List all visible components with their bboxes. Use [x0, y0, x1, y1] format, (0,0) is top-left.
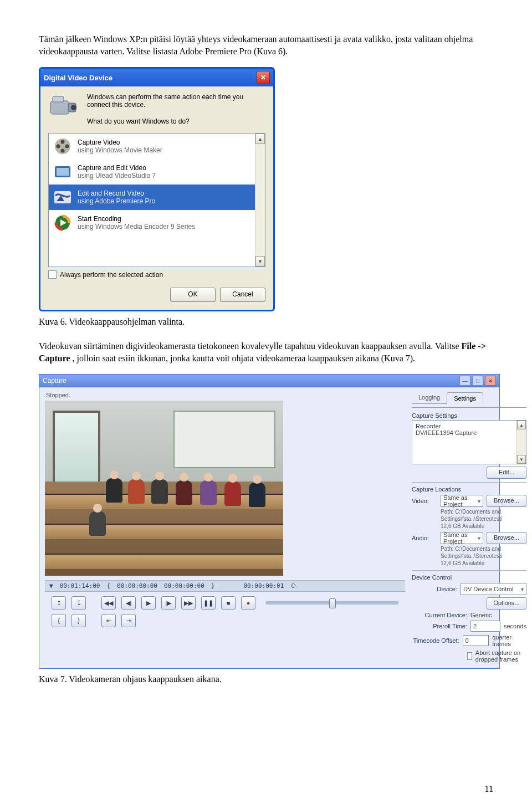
- cancel-button[interactable]: Cancel: [220, 288, 265, 302]
- list-item-sub: using Adobe Premiere Pro: [78, 197, 155, 205]
- dialog-question-text: What do you want Windows to do?: [87, 117, 265, 125]
- current-device-value: Generic: [470, 612, 492, 618]
- list-item-title: Start Encoding: [78, 215, 195, 223]
- always-perform-checkbox[interactable]: [48, 270, 57, 279]
- listbox-scrollbar[interactable]: ▲ ▼: [255, 134, 265, 267]
- tc-in[interactable]: 00:00:00:00: [117, 582, 157, 590]
- always-perform-label: Always perform the selected action: [60, 271, 163, 279]
- close-button[interactable]: ✕: [257, 71, 270, 84]
- list-item-sub: using Windows Movie Maker: [78, 146, 162, 154]
- scroll-up-button[interactable]: ▲: [517, 421, 526, 429]
- seconds-label: seconds: [504, 623, 526, 629]
- list-item[interactable]: Capture and Edit Video using Ulead Video…: [49, 159, 255, 185]
- list-item-selected[interactable]: Edit and Record Video using Adobe Premie…: [49, 185, 255, 210]
- svg-rect-0: [50, 101, 69, 114]
- video-location-select[interactable]: Same as Project ▾: [441, 495, 483, 507]
- svg-rect-3: [53, 96, 64, 102]
- dialog-titlebar[interactable]: Digital Video Device ✕: [40, 69, 273, 86]
- jog-slider[interactable]: [265, 601, 398, 605]
- current-device-label: Current Device:: [412, 612, 467, 618]
- scroll-down-button[interactable]: ▼: [517, 455, 526, 464]
- options-button[interactable]: Options...: [487, 597, 526, 610]
- tc-duration[interactable]: 00:00:00:01: [243, 582, 284, 590]
- svg-point-5: [61, 140, 65, 144]
- premiere-icon: [53, 188, 72, 207]
- browse-audio-button[interactable]: Browse...: [487, 532, 526, 544]
- preroll-input[interactable]: 2: [470, 621, 500, 632]
- recorder-listbox[interactable]: Recorder DV/IEEE1394 Capture ▲ ▼: [412, 420, 526, 464]
- video-label: Video:: [412, 498, 437, 504]
- abort-checkbox[interactable]: [467, 652, 472, 660]
- device-select[interactable]: DV Device Control ▾: [461, 583, 526, 595]
- shuttle-left-button[interactable]: ⇤: [101, 614, 116, 627]
- tab-settings[interactable]: Settings: [447, 392, 483, 404]
- device-control-heading: Device Control: [412, 574, 526, 581]
- scroll-up-button[interactable]: ▲: [255, 134, 265, 144]
- audio-label: Audio:: [412, 535, 437, 541]
- stop-button[interactable]: ■: [221, 596, 236, 610]
- set-in-button[interactable]: ↥: [52, 596, 66, 610]
- svg-point-6: [57, 145, 60, 148]
- browse-video-button[interactable]: Browse...: [487, 495, 526, 507]
- capture-settings-heading: Capture Settings: [412, 412, 526, 419]
- scroll-down-button[interactable]: ▼: [255, 256, 265, 267]
- tc-offset-input[interactable]: 0: [463, 635, 489, 646]
- device-value: DV Device Control: [463, 586, 513, 592]
- media-encoder-icon: [53, 213, 72, 232]
- tab-logging[interactable]: Logging: [412, 392, 447, 404]
- play-button[interactable]: ▶: [141, 596, 156, 610]
- video-avail: 12,6 GB Available: [441, 523, 484, 529]
- rewind-button[interactable]: ◀◀: [101, 596, 116, 610]
- ulead-icon: [53, 162, 72, 181]
- tc-marker-icon: ▼: [49, 582, 53, 590]
- set-out-button[interactable]: ↧: [71, 596, 86, 610]
- tc-brace: {: [106, 582, 110, 590]
- svg-point-8: [61, 149, 65, 153]
- maximize-button[interactable]: □: [472, 376, 483, 386]
- list-item-title: Capture Video: [78, 139, 162, 146]
- tc-brace-close: }: [211, 582, 215, 590]
- transport-controls: ↥ ↧ ◀◀ ◀| ▶ |▶ ▶▶ ❚❚ ■ ●: [45, 592, 405, 614]
- next-scene-button[interactable]: }: [71, 614, 86, 627]
- fast-fwd-button[interactable]: ▶▶: [181, 596, 196, 610]
- movie-maker-icon: [53, 137, 72, 156]
- pause-button[interactable]: ❚❚: [201, 596, 216, 610]
- tc-position[interactable]: 00:01:14:00: [60, 582, 100, 590]
- svg-point-7: [65, 145, 69, 148]
- path-label: Path:: [441, 509, 453, 515]
- record-button[interactable]: ●: [241, 596, 255, 610]
- dialog-intro-text: Windows can perform the same action each…: [87, 93, 265, 109]
- capture-titlebar[interactable]: Capture — □ ✕: [39, 375, 499, 387]
- minimize-button[interactable]: —: [459, 376, 470, 386]
- step-fwd-button[interactable]: |▶: [161, 596, 176, 610]
- capture-locations-heading: Capture Locations: [412, 486, 526, 493]
- capture-title: Capture: [43, 377, 66, 385]
- audio-avail: 12,6 GB Available: [441, 560, 484, 566]
- close-icon: ✕: [260, 74, 266, 81]
- prev-scene-button[interactable]: {: [52, 614, 66, 627]
- list-item[interactable]: Capture Video using Windows Movie Maker: [49, 134, 255, 159]
- close-button[interactable]: ✕: [485, 376, 496, 386]
- digital-video-device-dialog: Digital Video Device ✕ Windows can perfo…: [39, 67, 275, 311]
- qframes-label: quarter-frames: [492, 634, 526, 647]
- audio-location-value: Same as Project: [443, 531, 478, 545]
- ok-button[interactable]: OK: [170, 288, 216, 302]
- intro-paragraph-1: Tämän jälkeen Windows XP:n pitäisi löytä…: [39, 33, 493, 57]
- p2-part-c: , jolloin saat esiin ikkunan, jonka kaut…: [73, 354, 415, 363]
- shuttle-right-button[interactable]: ⇥: [121, 614, 136, 627]
- edit-button[interactable]: Edit...: [487, 467, 526, 479]
- step-back-button[interactable]: ◀|: [121, 596, 136, 610]
- list-item-sub: using Ulead VideoStudio 7: [78, 172, 156, 180]
- list-item-title: Edit and Record Video: [78, 190, 155, 197]
- action-listbox[interactable]: Capture Video using Windows Movie Maker …: [48, 133, 265, 267]
- abort-label: Abort capture on dropped frames: [475, 649, 526, 663]
- tc-out[interactable]: 00:00:00:00: [164, 582, 204, 590]
- intro-paragraph-2: Videokuvan siirtäminen digivideokamerast…: [39, 340, 493, 364]
- p2-part-a: Videokuvan siirtäminen digivideokamerast…: [39, 341, 462, 351]
- recorder-value: DV/IEEE1394 Capture: [416, 429, 523, 436]
- figure-6-caption: Kuva 6. Videokaappausohjelman valinta.: [39, 317, 493, 327]
- recorder-label: Recorder: [416, 423, 523, 429]
- list-item[interactable]: Start Encoding using Windows Media Encod…: [49, 210, 255, 235]
- list-item-title: Capture and Edit Video: [78, 164, 156, 172]
- audio-location-select[interactable]: Same as Project ▾: [441, 532, 483, 544]
